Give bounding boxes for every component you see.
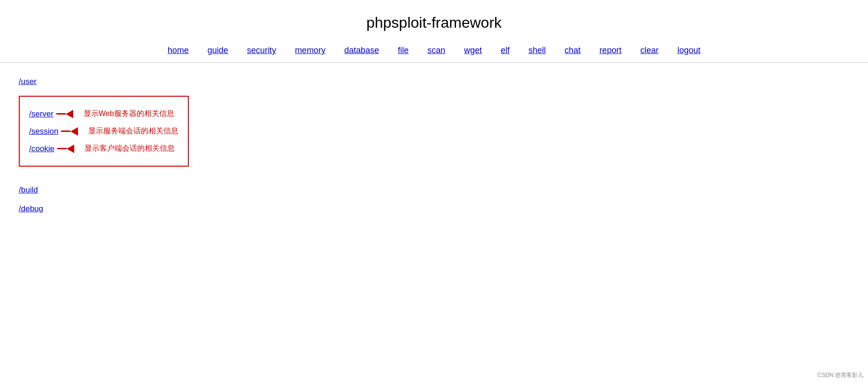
nav-link-chat[interactable]: chat (565, 46, 581, 55)
nav-link-scan[interactable]: scan (427, 46, 445, 55)
item-description: 显示客户端会话的相关信息 (85, 144, 175, 154)
link-session[interactable]: /session (29, 127, 58, 136)
boxed-item: /cookie显示客户端会话的相关信息 (29, 144, 178, 154)
boxed-item: /server显示Web服务器的相关信息 (29, 109, 178, 119)
arrow-left-icon (57, 145, 75, 153)
arrow-shaft (56, 113, 66, 115)
arrow-left-icon (56, 110, 74, 118)
arrow-head-icon (67, 145, 74, 153)
arrow-shaft (57, 148, 67, 149)
boxed-section: /server显示Web服务器的相关信息/session显示服务端会话的相关信息… (19, 96, 189, 167)
link-server[interactable]: /server (29, 109, 54, 119)
nav-link-wget[interactable]: wget (464, 46, 482, 55)
nav-link-database[interactable]: database (344, 46, 379, 55)
content-area: /user /server显示Web服务器的相关信息/session显示服务端会… (0, 63, 868, 237)
nav-link-security[interactable]: security (247, 46, 276, 55)
nav-link-elf[interactable]: elf (501, 46, 510, 55)
arrow-head-icon (66, 110, 73, 118)
user-link[interactable]: /user (19, 77, 849, 86)
arrow-shaft (61, 131, 70, 132)
boxed-item: /session显示服务端会话的相关信息 (29, 126, 178, 136)
link-cookie[interactable]: /cookie (29, 144, 54, 154)
debug-link[interactable]: /debug (19, 204, 849, 214)
arrow-left-icon (61, 127, 79, 136)
nav-link-shell[interactable]: shell (528, 46, 546, 55)
item-description: 显示服务端会话的相关信息 (88, 126, 178, 136)
page-title: phpsploit-framework (0, 0, 868, 41)
nav-link-guide[interactable]: guide (208, 46, 228, 55)
nav-link-home[interactable]: home (168, 46, 189, 55)
nav-link-clear[interactable]: clear (640, 46, 659, 55)
nav-link-file[interactable]: file (398, 46, 409, 55)
nav-link-report[interactable]: report (599, 46, 621, 55)
arrow-head-icon (70, 127, 78, 136)
nav-bar: homeguidesecuritymemorydatabasefilescanw… (0, 41, 868, 63)
build-link[interactable]: /build (19, 185, 849, 195)
item-description: 显示Web服务器的相关信息 (84, 109, 174, 119)
nav-link-memory[interactable]: memory (295, 46, 326, 55)
nav-link-logout[interactable]: logout (677, 46, 700, 55)
